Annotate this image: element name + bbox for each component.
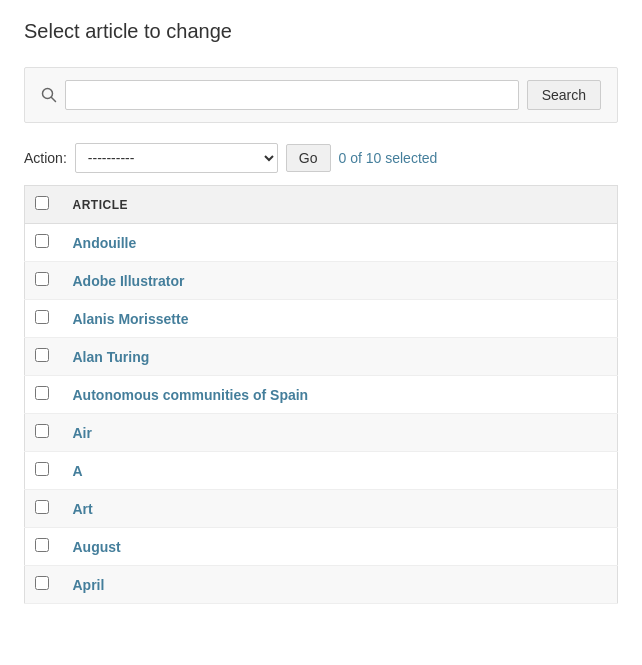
row-checkbox-cell: [25, 224, 61, 262]
action-select[interactable]: ---------- Delete selected articles: [75, 143, 278, 173]
row-checkbox[interactable]: [35, 424, 49, 438]
action-label: Action:: [24, 150, 67, 166]
row-checkbox[interactable]: [35, 576, 49, 590]
search-input[interactable]: [65, 80, 519, 110]
row-checkbox-cell: [25, 300, 61, 338]
row-checkbox[interactable]: [35, 310, 49, 324]
header-article-col: ARTICLE: [61, 186, 618, 224]
page-title: Select article to change: [24, 20, 618, 43]
table-row: Alanis Morissette: [25, 300, 618, 338]
article-link[interactable]: Adobe Illustrator: [73, 273, 185, 289]
row-checkbox[interactable]: [35, 234, 49, 248]
row-checkbox-cell: [25, 262, 61, 300]
article-link[interactable]: A: [73, 463, 83, 479]
selection-count: 0 of 10 selected: [339, 150, 438, 166]
row-checkbox[interactable]: [35, 500, 49, 514]
article-table: ARTICLE AndouilleAdobe IllustratorAlanis…: [24, 185, 618, 604]
svg-line-1: [52, 98, 56, 102]
row-checkbox[interactable]: [35, 348, 49, 362]
row-checkbox-cell: [25, 528, 61, 566]
table-row: April: [25, 566, 618, 604]
select-all-checkbox[interactable]: [35, 196, 49, 210]
row-checkbox[interactable]: [35, 462, 49, 476]
article-link[interactable]: April: [73, 577, 105, 593]
table-row: Art: [25, 490, 618, 528]
row-article-cell: Alan Turing: [61, 338, 618, 376]
table-row: Andouille: [25, 224, 618, 262]
row-checkbox[interactable]: [35, 272, 49, 286]
row-article-cell: Andouille: [61, 224, 618, 262]
row-article-cell: Adobe Illustrator: [61, 262, 618, 300]
article-link[interactable]: Andouille: [73, 235, 137, 251]
article-link[interactable]: Autonomous communities of Spain: [73, 387, 309, 403]
table-body: AndouilleAdobe IllustratorAlanis Morisse…: [25, 224, 618, 604]
table-row: Alan Turing: [25, 338, 618, 376]
row-article-cell: A: [61, 452, 618, 490]
search-bar: Search: [24, 67, 618, 123]
row-article-cell: Air: [61, 414, 618, 452]
row-article-cell: April: [61, 566, 618, 604]
row-checkbox[interactable]: [35, 538, 49, 552]
article-link[interactable]: Air: [73, 425, 92, 441]
article-link[interactable]: Alanis Morissette: [73, 311, 189, 327]
row-article-cell: Art: [61, 490, 618, 528]
table-row: Adobe Illustrator: [25, 262, 618, 300]
row-article-cell: August: [61, 528, 618, 566]
go-button[interactable]: Go: [286, 144, 331, 172]
row-checkbox-cell: [25, 566, 61, 604]
row-checkbox-cell: [25, 414, 61, 452]
table-row: Autonomous communities of Spain: [25, 376, 618, 414]
row-checkbox[interactable]: [35, 386, 49, 400]
article-link[interactable]: August: [73, 539, 121, 555]
article-link[interactable]: Art: [73, 501, 93, 517]
table-header-row: ARTICLE: [25, 186, 618, 224]
table-row: Air: [25, 414, 618, 452]
header-checkbox-col: [25, 186, 61, 224]
search-icon: [41, 87, 57, 103]
table-row: August: [25, 528, 618, 566]
action-bar: Action: ---------- Delete selected artic…: [24, 143, 618, 173]
search-button[interactable]: Search: [527, 80, 601, 110]
table-row: A: [25, 452, 618, 490]
article-link[interactable]: Alan Turing: [73, 349, 150, 365]
row-checkbox-cell: [25, 490, 61, 528]
row-checkbox-cell: [25, 338, 61, 376]
row-article-cell: Alanis Morissette: [61, 300, 618, 338]
row-article-cell: Autonomous communities of Spain: [61, 376, 618, 414]
row-checkbox-cell: [25, 376, 61, 414]
row-checkbox-cell: [25, 452, 61, 490]
